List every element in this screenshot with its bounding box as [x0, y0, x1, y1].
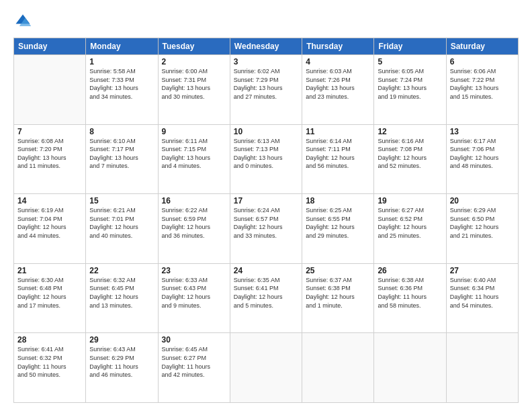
calendar-cell — [302, 333, 374, 403]
day-number: 25 — [306, 266, 370, 275]
calendar-cell: 5Sunrise: 6:05 AM Sunset: 7:24 PM Daylig… — [374, 55, 446, 125]
calendar-cell: 8Sunrise: 6:10 AM Sunset: 7:17 PM Daylig… — [86, 124, 158, 194]
day-number: 6 — [450, 57, 515, 66]
day-number: 19 — [378, 196, 442, 205]
day-info: Sunrise: 6:40 AM Sunset: 6:34 PM Dayligh… — [450, 276, 515, 310]
day-info: Sunrise: 6:19 AM Sunset: 7:04 PM Dayligh… — [17, 206, 82, 240]
day-info: Sunrise: 6:43 AM Sunset: 6:29 PM Dayligh… — [89, 345, 154, 379]
calendar-cell: 29Sunrise: 6:43 AM Sunset: 6:29 PM Dayli… — [86, 333, 158, 403]
calendar-cell — [446, 333, 518, 403]
column-header-wednesday: Wednesday — [230, 38, 302, 55]
column-header-saturday: Saturday — [446, 38, 518, 55]
calendar-cell: 10Sunrise: 6:13 AM Sunset: 7:13 PM Dayli… — [230, 124, 302, 194]
day-number: 22 — [89, 266, 154, 275]
day-info: Sunrise: 6:30 AM Sunset: 6:48 PM Dayligh… — [17, 276, 82, 310]
day-info: Sunrise: 6:17 AM Sunset: 7:06 PM Dayligh… — [450, 137, 515, 171]
day-number: 18 — [306, 196, 370, 205]
day-info: Sunrise: 6:29 AM Sunset: 6:50 PM Dayligh… — [450, 206, 515, 240]
calendar-cell: 3Sunrise: 6:02 AM Sunset: 7:29 PM Daylig… — [230, 55, 302, 125]
week-row-5: 28Sunrise: 6:41 AM Sunset: 6:32 PM Dayli… — [14, 333, 519, 403]
calendar-cell: 18Sunrise: 6:25 AM Sunset: 6:55 PM Dayli… — [302, 194, 374, 264]
calendar-cell: 16Sunrise: 6:22 AM Sunset: 6:59 PM Dayli… — [158, 194, 230, 264]
calendar-cell: 9Sunrise: 6:11 AM Sunset: 7:15 PM Daylig… — [158, 124, 230, 194]
day-info: Sunrise: 6:14 AM Sunset: 7:11 PM Dayligh… — [306, 137, 370, 171]
day-info: Sunrise: 6:05 AM Sunset: 7:24 PM Dayligh… — [378, 67, 442, 101]
column-header-monday: Monday — [86, 38, 158, 55]
calendar-cell: 11Sunrise: 6:14 AM Sunset: 7:11 PM Dayli… — [302, 124, 374, 194]
day-number: 13 — [450, 127, 515, 136]
day-number: 27 — [450, 266, 515, 275]
calendar-cell: 17Sunrise: 6:24 AM Sunset: 6:57 PM Dayli… — [230, 194, 302, 264]
week-row-4: 21Sunrise: 6:30 AM Sunset: 6:48 PM Dayli… — [14, 263, 519, 333]
calendar-cell: 28Sunrise: 6:41 AM Sunset: 6:32 PM Dayli… — [14, 333, 86, 403]
calendar-cell: 21Sunrise: 6:30 AM Sunset: 6:48 PM Dayli… — [14, 263, 86, 333]
day-info: Sunrise: 6:11 AM Sunset: 7:15 PM Dayligh… — [162, 137, 226, 171]
calendar-cell: 27Sunrise: 6:40 AM Sunset: 6:34 PM Dayli… — [446, 263, 518, 333]
calendar-cell: 4Sunrise: 6:03 AM Sunset: 7:26 PM Daylig… — [302, 55, 374, 125]
column-header-tuesday: Tuesday — [158, 38, 230, 55]
day-number: 10 — [234, 127, 298, 136]
day-info: Sunrise: 6:03 AM Sunset: 7:26 PM Dayligh… — [306, 67, 370, 101]
day-number: 29 — [89, 335, 154, 345]
day-info: Sunrise: 6:24 AM Sunset: 6:57 PM Dayligh… — [234, 206, 298, 240]
day-info: Sunrise: 6:25 AM Sunset: 6:55 PM Dayligh… — [306, 206, 370, 240]
calendar-cell: 24Sunrise: 6:35 AM Sunset: 6:41 PM Dayli… — [230, 263, 302, 333]
day-number: 8 — [89, 127, 154, 136]
page: SundayMondayTuesdayWednesdayThursdayFrid… — [0, 0, 532, 411]
calendar-cell: 12Sunrise: 6:16 AM Sunset: 7:08 PM Dayli… — [374, 124, 446, 194]
day-info: Sunrise: 6:21 AM Sunset: 7:01 PM Dayligh… — [89, 206, 154, 240]
day-info: Sunrise: 6:10 AM Sunset: 7:17 PM Dayligh… — [89, 137, 154, 171]
calendar-cell: 13Sunrise: 6:17 AM Sunset: 7:06 PM Dayli… — [446, 124, 518, 194]
calendar-cell: 1Sunrise: 5:58 AM Sunset: 7:33 PM Daylig… — [86, 55, 158, 125]
day-info: Sunrise: 6:45 AM Sunset: 6:27 PM Dayligh… — [162, 345, 226, 379]
calendar-cell — [230, 333, 302, 403]
header — [13, 12, 519, 31]
day-number: 11 — [306, 127, 370, 136]
calendar-cell: 14Sunrise: 6:19 AM Sunset: 7:04 PM Dayli… — [14, 194, 86, 264]
calendar-cell: 19Sunrise: 6:27 AM Sunset: 6:52 PM Dayli… — [374, 194, 446, 264]
calendar-header-row: SundayMondayTuesdayWednesdayThursdayFrid… — [14, 38, 519, 55]
day-info: Sunrise: 6:33 AM Sunset: 6:43 PM Dayligh… — [162, 276, 226, 310]
day-info: Sunrise: 6:00 AM Sunset: 7:31 PM Dayligh… — [162, 67, 226, 101]
day-info: Sunrise: 6:06 AM Sunset: 7:22 PM Dayligh… — [450, 67, 515, 101]
column-header-friday: Friday — [374, 38, 446, 55]
calendar-cell: 15Sunrise: 6:21 AM Sunset: 7:01 PM Dayli… — [86, 194, 158, 264]
calendar-cell: 26Sunrise: 6:38 AM Sunset: 6:36 PM Dayli… — [374, 263, 446, 333]
column-header-thursday: Thursday — [302, 38, 374, 55]
day-number: 7 — [17, 127, 82, 136]
day-number: 5 — [378, 57, 442, 66]
day-info: Sunrise: 6:13 AM Sunset: 7:13 PM Dayligh… — [234, 137, 298, 171]
calendar-cell: 6Sunrise: 6:06 AM Sunset: 7:22 PM Daylig… — [446, 55, 518, 125]
day-number: 12 — [378, 127, 442, 136]
day-info: Sunrise: 6:22 AM Sunset: 6:59 PM Dayligh… — [162, 206, 226, 240]
calendar-cell: 25Sunrise: 6:37 AM Sunset: 6:38 PM Dayli… — [302, 263, 374, 333]
calendar-cell: 30Sunrise: 6:45 AM Sunset: 6:27 PM Dayli… — [158, 333, 230, 403]
day-number: 4 — [306, 57, 370, 66]
calendar-cell — [14, 55, 86, 125]
day-info: Sunrise: 6:35 AM Sunset: 6:41 PM Dayligh… — [234, 276, 298, 310]
week-row-1: 1Sunrise: 5:58 AM Sunset: 7:33 PM Daylig… — [14, 55, 519, 125]
calendar-cell: 22Sunrise: 6:32 AM Sunset: 6:45 PM Dayli… — [86, 263, 158, 333]
calendar-cell: 23Sunrise: 6:33 AM Sunset: 6:43 PM Dayli… — [158, 263, 230, 333]
day-number: 15 — [89, 196, 154, 205]
day-info: Sunrise: 6:32 AM Sunset: 6:45 PM Dayligh… — [89, 276, 154, 310]
day-info: Sunrise: 6:02 AM Sunset: 7:29 PM Dayligh… — [234, 67, 298, 101]
week-row-3: 14Sunrise: 6:19 AM Sunset: 7:04 PM Dayli… — [14, 194, 519, 264]
day-number: 28 — [17, 335, 82, 345]
day-number: 3 — [234, 57, 298, 66]
day-info: Sunrise: 6:41 AM Sunset: 6:32 PM Dayligh… — [17, 345, 82, 379]
calendar-table: SundayMondayTuesdayWednesdayThursdayFrid… — [13, 38, 519, 403]
day-number: 2 — [162, 57, 226, 66]
week-row-2: 7Sunrise: 6:08 AM Sunset: 7:20 PM Daylig… — [14, 124, 519, 194]
day-number: 14 — [17, 196, 82, 205]
calendar-cell: 2Sunrise: 6:00 AM Sunset: 7:31 PM Daylig… — [158, 55, 230, 125]
day-number: 21 — [17, 266, 82, 275]
day-info: Sunrise: 5:58 AM Sunset: 7:33 PM Dayligh… — [89, 67, 154, 101]
day-number: 16 — [162, 196, 226, 205]
day-info: Sunrise: 6:16 AM Sunset: 7:08 PM Dayligh… — [378, 137, 442, 171]
day-number: 26 — [378, 266, 442, 275]
day-info: Sunrise: 6:37 AM Sunset: 6:38 PM Dayligh… — [306, 276, 370, 310]
day-number: 24 — [234, 266, 298, 275]
logo — [13, 12, 35, 31]
calendar-cell — [374, 333, 446, 403]
